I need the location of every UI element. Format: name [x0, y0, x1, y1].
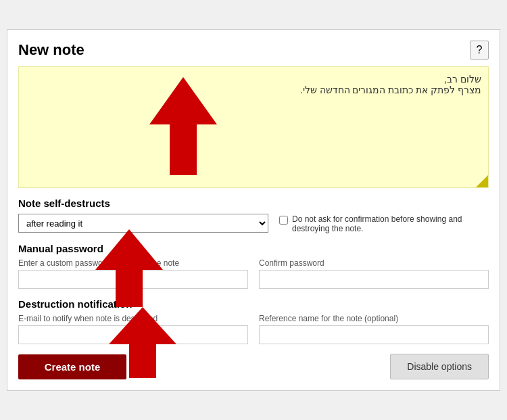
destruction-notification-section: Destruction notification E-mail to notif… [18, 298, 489, 344]
manual-password-section: Manual password Enter a custom password … [18, 243, 489, 289]
password-row: Enter a custom password to encrypt the n… [18, 258, 489, 289]
confirm-field-label: Confirm password [259, 258, 489, 268]
email-left: E-mail to notify when note is destroyed [18, 314, 248, 344]
email-field-label: E-mail to notify when note is destroyed [18, 314, 248, 323]
self-destructs-select[interactable]: after reading it 1 hour after reading 24… [18, 214, 268, 233]
destructs-checkbox-container: Do not ask for confirmation before showi… [279, 213, 489, 233]
password-right: Confirm password [259, 258, 489, 289]
no-confirm-label[interactable]: Do not ask for confirmation before showi… [279, 214, 489, 233]
reference-field-label: Reference name for the note (optional) [259, 314, 489, 323]
reference-input[interactable] [259, 325, 489, 344]
buttons-row: Create note Disable options [18, 354, 489, 379]
password-input[interactable] [18, 270, 248, 289]
create-note-button[interactable]: Create note [18, 354, 126, 379]
encrypt-field-label: Enter a custom password to encrypt the n… [18, 258, 248, 268]
note-corner-decoration [476, 175, 488, 187]
no-confirm-checkbox[interactable] [279, 216, 288, 225]
destruction-notification-label: Destruction notification [18, 298, 489, 310]
self-destructs-section: Note self-destructs after reading it 1 h… [18, 197, 489, 233]
note-line1: שלום רב, [26, 74, 481, 85]
dialog-header: New note ? [18, 41, 489, 60]
disable-options-button[interactable]: Disable options [390, 354, 489, 379]
self-destructs-label: Note self-destructs [18, 197, 489, 209]
password-left: Enter a custom password to encrypt the n… [18, 258, 248, 289]
note-content-area[interactable]: שלום רב, מצרף לפתק את כתובת המגורים החדש… [18, 66, 489, 188]
no-confirm-text: Do not ask for confirmation before showi… [292, 214, 489, 233]
note-line2: מצרף לפתק את כתובת המגורים החדשה שלי. [26, 85, 481, 95]
reference-right: Reference name for the note (optional) [259, 314, 489, 344]
dialog-title: New note [18, 41, 84, 59]
destructs-select-container: after reading it 1 hour after reading 24… [18, 214, 268, 233]
manual-password-label: Manual password [18, 243, 489, 254]
help-button[interactable]: ? [470, 41, 489, 60]
email-input[interactable] [18, 325, 248, 344]
notification-row: E-mail to notify when note is destroyed … [18, 314, 489, 344]
confirm-password-input[interactable] [259, 270, 489, 289]
new-note-dialog: New note ? שלום רב, מצרף לפתק את כתובת ה… [7, 29, 500, 391]
destructs-row: after reading it 1 hour after reading 24… [18, 213, 489, 233]
